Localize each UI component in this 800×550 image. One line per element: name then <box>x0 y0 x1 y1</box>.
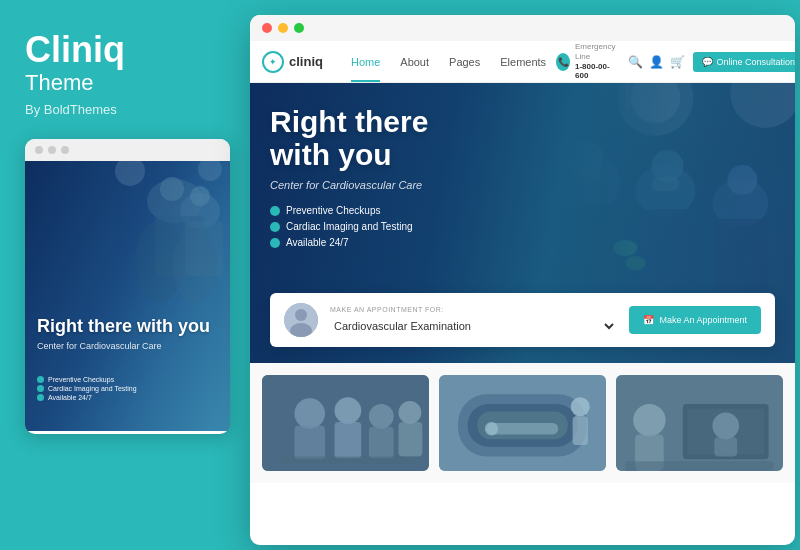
svg-rect-44 <box>335 422 362 458</box>
mini-hero-subtitle: Center for Cardiovascular Care <box>37 341 218 351</box>
mini-browser-preview: Right there with you Center for Cardiova… <box>25 139 230 434</box>
nav-item-elements[interactable]: Elements <box>490 41 556 82</box>
cart-icon[interactable]: 🛒 <box>670 55 685 69</box>
consult-icon: 💬 <box>702 57 713 67</box>
doctor-avatar <box>284 303 318 337</box>
check-icon <box>270 206 280 216</box>
svg-rect-57 <box>573 416 588 445</box>
main-browser: ✦ cliniq Home About Pages Elements 📞 Eme… <box>250 15 795 545</box>
mini-hero-title: Right there with you <box>37 316 218 337</box>
svg-rect-62 <box>714 437 737 456</box>
hero-checklist: Preventive Checkups Cardiac Imaging and … <box>270 205 490 248</box>
list-item: Available 24/7 <box>270 237 490 248</box>
card-image-3 <box>616 375 783 471</box>
check-icon <box>270 222 280 232</box>
nav-logo: ✦ cliniq <box>262 51 323 73</box>
card-item-2 <box>439 375 606 471</box>
list-item: Available 24/7 <box>37 394 137 401</box>
svg-point-9 <box>198 161 222 181</box>
user-icon[interactable]: 👤 <box>649 55 664 69</box>
main-nav: ✦ cliniq Home About Pages Elements 📞 Eme… <box>250 41 795 83</box>
check-label: Preventive Checkups <box>286 205 381 216</box>
svg-rect-48 <box>398 422 422 456</box>
emergency-number: 1-800-00-600 <box>575 62 620 81</box>
svg-point-47 <box>398 401 421 424</box>
browser-dot-green <box>294 23 304 33</box>
main-browser-bar <box>250 15 795 41</box>
svg-point-63 <box>633 404 665 436</box>
card-image-1 <box>262 375 429 471</box>
svg-point-55 <box>485 422 498 435</box>
check-label: Preventive Checkups <box>48 376 114 383</box>
svg-point-43 <box>335 397 362 424</box>
appointment-btn-label: Make An Appointment <box>659 315 747 325</box>
mini-hero-content: Right there with you Center for Cardiova… <box>25 161 230 431</box>
mini-doctors-svg <box>100 161 230 306</box>
brand-name: Cliniq <box>25 30 220 70</box>
nav-icons: 🔍 👤 🛒 <box>628 55 685 69</box>
nav-logo-text: cliniq <box>289 54 323 69</box>
svg-rect-65 <box>626 461 774 471</box>
brand-sub: Theme <box>25 70 220 96</box>
check-label: Available 24/7 <box>286 237 349 248</box>
appointment-label: MAKE AN APPOINTMENT FOR: <box>330 306 617 313</box>
list-item: Preventive Checkups <box>270 205 490 216</box>
cards-section <box>250 363 795 483</box>
svg-point-5 <box>190 186 210 206</box>
svg-rect-46 <box>369 427 394 458</box>
svg-point-8 <box>115 161 145 186</box>
list-item: Cardiac Imaging and Testing <box>270 221 490 232</box>
emergency-text: Emergency Line 1-800-00-600 <box>575 42 620 80</box>
consult-label: Online Consultation <box>717 57 795 67</box>
emergency-label: Emergency Line <box>575 42 620 61</box>
check-label: Available 24/7 <box>48 394 92 401</box>
calendar-icon: 📅 <box>643 315 654 325</box>
mini-dot-1 <box>35 146 43 154</box>
list-item: Cardiac Imaging and Testing <box>37 385 137 392</box>
hero-subtitle: Center for Cardiovascular Care <box>270 179 490 191</box>
mini-dot-3 <box>61 146 69 154</box>
consult-button[interactable]: 💬 Online Consultation <box>693 52 795 72</box>
nav-right: 📞 Emergency Line 1-800-00-600 🔍 👤 🛒 💬 On… <box>556 42 795 80</box>
svg-point-45 <box>369 404 394 429</box>
nav-item-about[interactable]: About <box>390 41 439 82</box>
browser-dot-yellow <box>278 23 288 33</box>
hero-section: Right there with you Center for Cardiova… <box>250 83 795 363</box>
svg-point-4 <box>160 177 184 201</box>
check-icon <box>270 238 280 248</box>
svg-rect-42 <box>294 426 325 459</box>
list-item: Preventive Checkups <box>37 376 137 383</box>
nav-item-home[interactable]: Home <box>341 41 390 82</box>
svg-point-38 <box>295 309 307 321</box>
nav-item-pages[interactable]: Pages <box>439 41 490 82</box>
left-panel: Cliniq Theme By BoldThemes <box>0 0 245 550</box>
check-icon <box>37 394 44 401</box>
phone-icon: 📞 <box>556 53 570 71</box>
check-icon <box>37 385 44 392</box>
emergency-box: 📞 Emergency Line 1-800-00-600 <box>556 42 619 80</box>
check-icon <box>37 376 44 383</box>
mini-hero-text: Right there with you Center for Cardiova… <box>37 316 218 351</box>
brand-by: By BoldThemes <box>25 102 220 117</box>
browser-dot-red <box>262 23 272 33</box>
svg-rect-49 <box>281 456 415 464</box>
card-image-2 <box>439 375 606 471</box>
appointment-select[interactable]: Cardiovascular Examination <box>330 319 617 333</box>
cliniq-logo-icon: ✦ <box>262 51 284 73</box>
search-icon[interactable]: 🔍 <box>628 55 643 69</box>
mini-dot-2 <box>48 146 56 154</box>
appointment-bar: MAKE AN APPOINTMENT FOR: Cardiovascular … <box>270 293 775 347</box>
hero-title: Right there with you <box>270 105 490 171</box>
make-appointment-button[interactable]: 📅 Make An Appointment <box>629 306 761 334</box>
svg-point-41 <box>294 398 325 429</box>
mini-checklist: Preventive Checkups Cardiac Imaging and … <box>37 376 137 403</box>
card-item-1 <box>262 375 429 471</box>
svg-point-56 <box>571 397 590 416</box>
appointment-form: MAKE AN APPOINTMENT FOR: Cardiovascular … <box>330 306 617 334</box>
card-item-3 <box>616 375 783 471</box>
avatar-icon <box>284 303 318 337</box>
svg-point-61 <box>712 413 739 440</box>
hero-content: Right there with you Center for Cardiova… <box>270 105 490 253</box>
svg-point-7 <box>173 228 217 304</box>
mini-browser-bar <box>25 139 230 161</box>
